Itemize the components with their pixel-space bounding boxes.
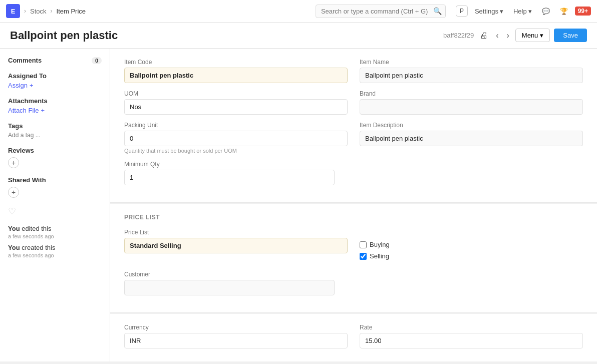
navbar-actions: P Settings ▾ Help ▾ 💬 🏆 99+	[456, 6, 591, 17]
comments-label: Comments	[8, 57, 42, 64]
search-bar: 🔍	[316, 5, 446, 18]
page-title: Ballpoint pen plastic	[10, 29, 118, 42]
sidebar-assigned-to: Assigned To Assign +	[8, 72, 102, 89]
trophy-button[interactable]: 🏆	[557, 6, 571, 17]
min-qty-input[interactable]	[124, 170, 335, 185]
rate-input[interactable]	[360, 333, 583, 348]
row-packing-desc: Packing Unit Quantity that must be bough…	[124, 122, 583, 154]
page-header: Ballpoint pen plastic baff822f29 🖨 ‹ › M…	[0, 23, 597, 49]
chat-button[interactable]: 💬	[539, 6, 553, 17]
packing-unit-label: Packing Unit	[124, 122, 348, 129]
brand-input[interactable]	[360, 99, 583, 115]
sidebar-attachments: Attachments Attach File +	[8, 97, 102, 114]
rate-label: Rate	[360, 324, 583, 331]
activity-log: You edited this a few seconds ago You cr…	[8, 225, 102, 259]
col-uom: UOM	[124, 90, 348, 115]
item-description-input[interactable]	[360, 131, 583, 146]
favorite-icon[interactable]: ♡	[8, 206, 102, 217]
col-item-name: Item Name	[360, 59, 583, 83]
activity1-time: a few seconds ago	[8, 233, 54, 239]
item-code-input[interactable]	[124, 68, 348, 83]
notification-badge[interactable]: 99+	[575, 7, 591, 16]
brand-label: Brand	[360, 90, 583, 97]
prev-button[interactable]: ‹	[494, 29, 500, 42]
breadcrumb-item-price[interactable]: Item Price	[57, 8, 86, 15]
activity2-action: created this	[22, 244, 55, 251]
breadcrumb-chevron-1: ›	[24, 8, 26, 15]
search-input[interactable]	[316, 5, 446, 18]
help-button[interactable]: Help ▾	[510, 6, 535, 17]
page-header-actions: baff822f29 🖨 ‹ › Menu ▾ Save	[443, 29, 587, 42]
selling-checkbox[interactable]	[360, 253, 367, 260]
comments-count: 0	[92, 57, 102, 64]
sidebar-comments: Comments 0	[8, 57, 102, 64]
breadcrumb-stock[interactable]: Stock	[30, 8, 47, 15]
selling-checkbox-row: Selling	[360, 252, 583, 260]
activity2-time: a few seconds ago	[8, 252, 54, 258]
search-icon: 🔍	[433, 7, 442, 15]
price-list-section: PRICE LIST Price List Buying Selling	[110, 204, 597, 313]
main-layout: Comments 0 Assigned To Assign + Attachme…	[0, 49, 597, 361]
uom-label: UOM	[124, 90, 348, 97]
menu-button[interactable]: Menu ▾	[515, 29, 550, 42]
activity-entry-2: You created this a few seconds ago	[8, 244, 102, 259]
profile-badge[interactable]: P	[456, 6, 468, 17]
activity2-user: You	[8, 244, 20, 251]
add-review-button[interactable]: +	[8, 157, 19, 168]
price-list-input[interactable]	[124, 238, 348, 253]
col-item-description: Item Description	[360, 122, 583, 154]
col-customer: Customer	[124, 271, 348, 295]
buying-label: Buying	[370, 241, 390, 248]
selling-label: Selling	[370, 252, 389, 260]
row-uom-brand: UOM Brand	[124, 90, 583, 115]
customer-label: Customer	[124, 271, 348, 278]
item-name-input[interactable]	[360, 68, 583, 83]
save-button[interactable]: Save	[554, 29, 587, 42]
sidebar: Comments 0 Assigned To Assign + Attachme…	[0, 49, 110, 361]
item-code-label: Item Code	[124, 59, 348, 66]
row-min-qty: Minimum Qty	[124, 161, 583, 185]
currency-input[interactable]	[124, 333, 348, 348]
packing-unit-input[interactable]	[124, 131, 348, 146]
uom-input[interactable]	[124, 99, 348, 115]
item-details-section: Item Code Item Name UOM Brand	[110, 49, 597, 203]
breadcrumb-chevron-2: ›	[51, 8, 53, 15]
print-button[interactable]: 🖨	[478, 29, 490, 42]
price-list-label: Price List	[124, 229, 348, 236]
row-item-code-name: Item Code Item Name	[124, 59, 583, 83]
row-currency-rate: Currency Rate	[124, 324, 583, 348]
add-tag-text[interactable]: Add a tag ...	[8, 132, 102, 139]
col-packing-unit: Packing Unit Quantity that must be bough…	[124, 122, 348, 154]
col-buying-selling: Buying Selling	[360, 229, 583, 264]
activity1-user: You	[8, 225, 20, 232]
content-area: Item Code Item Name UOM Brand	[110, 49, 597, 361]
col-brand: Brand	[360, 90, 583, 115]
price-list-title: PRICE LIST	[124, 214, 583, 221]
attach-file-link[interactable]: Attach File +	[8, 107, 102, 114]
customer-input[interactable]	[124, 280, 335, 295]
settings-button[interactable]: Settings ▾	[472, 6, 506, 17]
doc-id: baff822f29	[443, 32, 474, 39]
activity1-action: edited this	[22, 225, 51, 232]
col-rate: Rate	[360, 324, 583, 348]
activity-entry-1: You edited this a few seconds ago	[8, 225, 102, 240]
row-price-list-checkboxes: Price List Buying Selling	[124, 229, 583, 264]
buying-checkbox-row: Buying	[360, 241, 583, 248]
packing-unit-hint: Quantity that must be bought or sold per…	[124, 148, 348, 154]
app-brand: E	[6, 4, 20, 18]
sidebar-tags: Tags Add a tag ...	[8, 122, 102, 139]
item-description-label: Item Description	[360, 122, 583, 129]
add-shared-button[interactable]: +	[8, 187, 19, 198]
item-name-label: Item Name	[360, 59, 583, 66]
assign-link[interactable]: Assign +	[8, 82, 102, 89]
sidebar-reviews: Reviews +	[8, 147, 102, 168]
buying-checkbox[interactable]	[360, 241, 367, 248]
col-min-qty: Minimum Qty	[124, 161, 348, 185]
currency-rate-section: Currency Rate	[110, 314, 597, 361]
sidebar-shared-with: Shared With +	[8, 176, 102, 198]
col-currency: Currency	[124, 324, 348, 348]
col-item-code: Item Code	[124, 59, 348, 83]
next-button[interactable]: ›	[505, 29, 511, 42]
col-price-list: Price List	[124, 229, 348, 264]
min-qty-label: Minimum Qty	[124, 161, 348, 168]
